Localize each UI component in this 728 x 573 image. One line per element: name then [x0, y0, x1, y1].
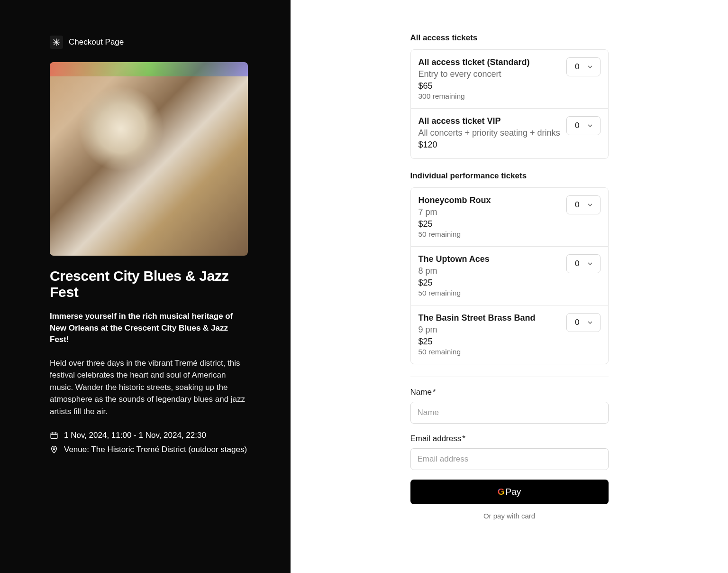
chevron-down-icon	[586, 319, 594, 326]
or-pay-with-card: Or pay with card	[410, 512, 609, 520]
location-pin-icon	[50, 445, 58, 454]
ticket-name: All access ticket (Standard)	[419, 57, 567, 67]
event-venue-row: Venue: The Historic Tremé District (outd…	[50, 445, 248, 454]
quantity-select[interactable]: 0	[566, 254, 600, 273]
quantity-select[interactable]: 0	[566, 57, 600, 76]
gpay-logo-icon: GPay	[498, 487, 521, 497]
svg-point-1	[53, 448, 55, 450]
ticket-name: Honeycomb Roux	[419, 195, 567, 205]
quantity-value: 0	[575, 121, 579, 130]
quantity-select[interactable]: 0	[566, 195, 600, 214]
calendar-icon	[50, 431, 58, 440]
ticket-subtitle: 7 pm	[419, 207, 567, 217]
event-hero-image	[50, 62, 248, 256]
individual-ticket-group: Honeycomb Roux 7 pm $25 50 remaining 0 T…	[410, 187, 609, 364]
ticket-row: The Uptown Aces 8 pm $25 50 remaining 0	[411, 247, 608, 305]
all-access-ticket-group: All access ticket (Standard) Entry to ev…	[410, 49, 609, 159]
checkout-panel: All access tickets All access ticket (St…	[291, 0, 728, 573]
ticket-row: All access ticket VIP All concerts + pri…	[411, 109, 608, 158]
ticket-price: $25	[419, 337, 567, 347]
ticket-subtitle: All concerts + priority seating + drinks	[419, 128, 567, 138]
ticket-name: The Basin Street Brass Band	[419, 313, 567, 323]
ticket-row: Honeycomb Roux 7 pm $25 50 remaining 0	[411, 188, 608, 247]
quantity-select[interactable]: 0	[566, 313, 600, 332]
event-datetime: 1 Nov, 2024, 11:00 - 1 Nov, 2024, 22:30	[64, 431, 206, 440]
ticket-price: $25	[419, 219, 567, 229]
chevron-down-icon	[586, 122, 594, 129]
ticket-price: $25	[419, 278, 567, 288]
ticket-row: All access ticket (Standard) Entry to ev…	[411, 50, 608, 109]
chevron-down-icon	[586, 63, 594, 71]
ticket-remaining: 50 remaining	[419, 348, 567, 356]
quantity-value: 0	[575, 259, 579, 268]
event-title: Crescent City Blues & Jazz Fest	[50, 268, 248, 300]
ticket-name: All access ticket VIP	[419, 116, 567, 126]
ticket-row: The Basin Street Brass Band 9 pm $25 50 …	[411, 305, 608, 364]
divider	[410, 377, 609, 377]
event-datetime-row: 1 Nov, 2024, 11:00 - 1 Nov, 2024, 22:30	[50, 431, 248, 440]
ticket-price: $120	[419, 140, 567, 150]
quantity-value: 0	[575, 62, 579, 72]
name-label: Name*	[410, 388, 609, 397]
quantity-value: 0	[575, 318, 579, 327]
event-info-panel: Checkout Page Crescent City Blues & Jazz…	[0, 0, 291, 573]
event-intro: Immerse yourself in the rich musical her…	[50, 311, 248, 346]
all-access-section-title: All access tickets	[410, 33, 609, 43]
ticket-subtitle: 8 pm	[419, 266, 567, 276]
ticket-remaining: 300 remaining	[419, 92, 567, 101]
google-pay-button[interactable]: GPay	[410, 480, 609, 504]
quantity-select[interactable]: 0	[566, 116, 600, 135]
chevron-down-icon	[586, 201, 594, 209]
individual-section-title: Individual performance tickets	[410, 171, 609, 181]
svg-rect-0	[51, 433, 57, 439]
ticket-subtitle: Entry to every concert	[419, 69, 567, 79]
quantity-value: 0	[575, 200, 579, 210]
brand-name: Checkout Page	[69, 37, 124, 47]
email-label: Email address*	[410, 434, 609, 444]
name-input[interactable]	[410, 402, 609, 424]
ticket-price: $65	[419, 81, 567, 91]
brand-logo-icon	[50, 36, 63, 49]
email-input[interactable]	[410, 448, 609, 470]
brand: Checkout Page	[50, 36, 248, 49]
event-description: Held over three days in the vibrant Trem…	[50, 357, 248, 418]
ticket-name: The Uptown Aces	[419, 254, 567, 264]
ticket-remaining: 50 remaining	[419, 289, 567, 297]
ticket-subtitle: 9 pm	[419, 325, 567, 335]
chevron-down-icon	[586, 260, 594, 268]
ticket-remaining: 50 remaining	[419, 230, 567, 239]
event-venue: Venue: The Historic Tremé District (outd…	[64, 445, 247, 454]
